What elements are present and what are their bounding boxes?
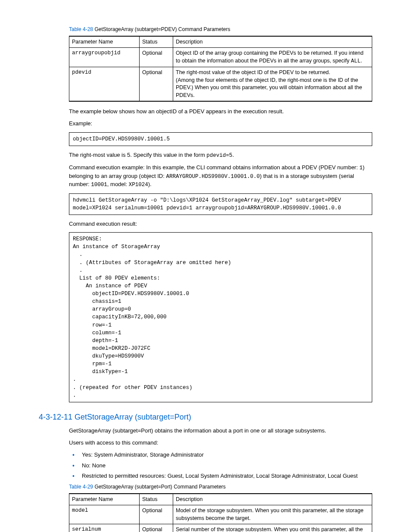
cell-desc: Object ID of the array group containing …: [173, 48, 372, 67]
table-row: pdevid Optional The right-most value of …: [69, 67, 372, 102]
table-28: Parameter Name Status Description arrayg…: [69, 36, 372, 102]
th-desc: Description: [173, 36, 372, 48]
table-28-title: GetStorageArray (subtarget=PDEV) Command…: [93, 26, 230, 32]
cell-status: Optional: [140, 67, 173, 102]
table-29-number: Table 4-29: [69, 484, 93, 490]
cell-param: arraygroupobjid: [69, 48, 140, 67]
table-row: serialnum Optional Serial number of the …: [69, 524, 372, 532]
table-28-number: Table 4-28: [69, 26, 93, 32]
th-param: Parameter Name: [69, 494, 140, 505]
code-command: hdvmcli GetStorageArray -o "D:\logs\XP10…: [69, 193, 372, 215]
table-28-caption: Table 4-28 GetStorageArray (subtarget=PD…: [69, 26, 372, 33]
table-29-caption: Table 4-29 GetStorageArray (subtarget=Po…: [69, 483, 372, 491]
cell-desc: The right-most value of the object ID of…: [173, 67, 372, 102]
table-row: model Optional Model of the storage subs…: [69, 505, 372, 524]
cell-status: Optional: [140, 48, 173, 67]
cell-param: model: [69, 505, 140, 524]
cell-desc: Serial number of the storage subsystem. …: [173, 524, 372, 532]
table-header-row: Parameter Name Status Description: [69, 36, 372, 48]
paragraph-port-intro: GetStorageArray (subtarget=Port) obtains…: [69, 427, 372, 435]
code-objectid: objectID=PDEV.HDS9980V.10001.5: [69, 132, 372, 146]
list-item: Restricted to permitted resources: Guest…: [78, 472, 372, 480]
label-cmd-result: Command execution result:: [69, 220, 372, 228]
th-status: Status: [140, 494, 173, 505]
paragraph-rightmost: The right-most value is 5. Specify this …: [69, 151, 372, 160]
table-row: arraygroupobjid Optional Object ID of th…: [69, 48, 372, 67]
code-result: RESPONSE: An instance of StorageArray . …: [69, 232, 372, 402]
paragraph-example-intro: The example below shows how an objectID …: [69, 108, 372, 115]
table-29-title: GetStorageArray (subtarget=Port) Command…: [93, 484, 226, 490]
list-item: Yes: System Administrator, Storage Admin…: [78, 451, 372, 459]
list-item: No: None: [78, 462, 372, 470]
label-example: Example:: [69, 120, 372, 128]
access-list: Yes: System Administrator, Storage Admin…: [69, 451, 372, 480]
cell-status: Optional: [140, 505, 173, 524]
table-header-row: Parameter Name Status Description: [69, 494, 372, 505]
cell-param: pdevid: [69, 67, 140, 102]
table-29: Parameter Name Status Description model …: [69, 493, 372, 532]
label-users-access: Users with access to this command:: [69, 439, 372, 447]
cell-param: serialnum: [69, 524, 140, 532]
cell-desc: Model of the storage subsystem. When you…: [173, 505, 372, 524]
cell-status: Optional: [140, 524, 173, 532]
paragraph-command-exec: Command execution example: In this examp…: [69, 164, 372, 189]
section-heading-port: 4-3-12-11 GetStorageArray (subtarget=Por…: [39, 412, 372, 423]
th-status: Status: [140, 36, 173, 48]
th-param: Parameter Name: [69, 36, 140, 48]
th-desc: Description: [173, 494, 372, 505]
